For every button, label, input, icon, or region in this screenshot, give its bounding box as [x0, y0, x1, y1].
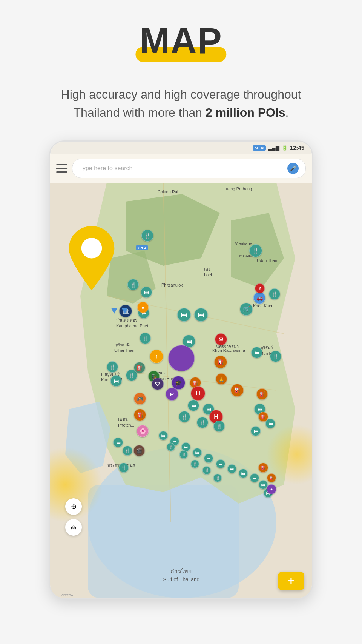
search-input[interactable]: Type here to search 🎤: [72, 159, 306, 178]
add-button[interactable]: +: [278, 572, 304, 590]
hamburger-menu[interactable]: [56, 164, 67, 173]
page-title: MAP: [140, 20, 222, 61]
location-button[interactable]: ◎: [65, 519, 82, 536]
signal-icon: ▂▄▆: [268, 145, 279, 151]
mic-icon[interactable]: 🎤: [287, 163, 299, 174]
map-area[interactable]: AH 2 Chiang Rai Luang Prabang เลยLoei Vi…: [50, 183, 312, 598]
road-badge-ah2: AH 2: [136, 245, 148, 250]
map-label-phetchaburi: เพชร...Phetch...: [118, 416, 134, 427]
map-label-kamphaeng: กำแพงเพชรKamphaeng Phet: [116, 317, 148, 328]
gulf-thai: อ่าวไทย: [163, 567, 200, 576]
status-time: 12:45: [290, 145, 304, 151]
map-label-buri-ram: บุรีรัมย์Buri R...: [261, 344, 276, 356]
battery-icon: 🔋: [282, 145, 288, 151]
map-label-prachuap: ประจวบคีรีขันธ์: [107, 462, 135, 469]
location-pin: [65, 224, 118, 294]
search-placeholder: Type here to search: [79, 165, 132, 172]
svg-point-6: [81, 238, 102, 258]
map-label-khon-ratch: Khon Ratchasima: [212, 348, 245, 353]
map-label-loei: เลยLoei: [204, 266, 212, 277]
map-label-luang-prabang: Luang Prabang: [224, 186, 252, 191]
road-badge-ah13: AH 13: [253, 145, 266, 151]
pin-svg: [65, 224, 118, 292]
map-label-vientiane: Vientiane: [235, 241, 252, 246]
status-bar: AH 13 ▂▄▆ 🔋 12:45: [50, 142, 312, 154]
map-label-khon-kaen: Khon Kaen: [253, 304, 273, 308]
map-label-phitsanulok: Phitsanulok: [161, 283, 183, 287]
map-label-chiang-rai: Chiang Rai: [158, 190, 178, 194]
map-label-suphan: สุพรรณ...Suphan Buri: [151, 370, 174, 381]
gulf-eng: Gulf of Thailand: [163, 576, 200, 582]
subtitle-end: .: [285, 106, 289, 119]
title-wrapper: MAP: [140, 23, 222, 59]
map-label-uthai: อุทัยธานีUthai Thani: [114, 341, 135, 353]
map-label-kanchanaburi: กาญจนบุรีKanch..buri: [101, 371, 122, 382]
header-section: MAP High accuracy and high coverage thro…: [0, 0, 362, 133]
phone-container: AH 13 ▂▄▆ 🔋 12:45 Type here to search 🎤: [49, 140, 313, 599]
subtitle: High accuracy and high coverage througho…: [49, 85, 313, 122]
ostra-watermark: OSTRA: [61, 593, 73, 597]
search-bar[interactable]: Type here to search 🎤: [50, 154, 312, 183]
gulf-label: อ่าวไทย Gulf of Thailand: [163, 567, 200, 583]
map-label-udon: Udon Thani: [257, 258, 278, 263]
compass-button[interactable]: ⊕: [65, 498, 82, 515]
phone-mockup: AH 13 ▂▄▆ 🔋 12:45 Type here to search 🎤: [49, 140, 313, 599]
map-label-nong-khai: หนองคาย: [239, 253, 256, 259]
subtitle-bold: 2 million POIs: [206, 106, 285, 119]
